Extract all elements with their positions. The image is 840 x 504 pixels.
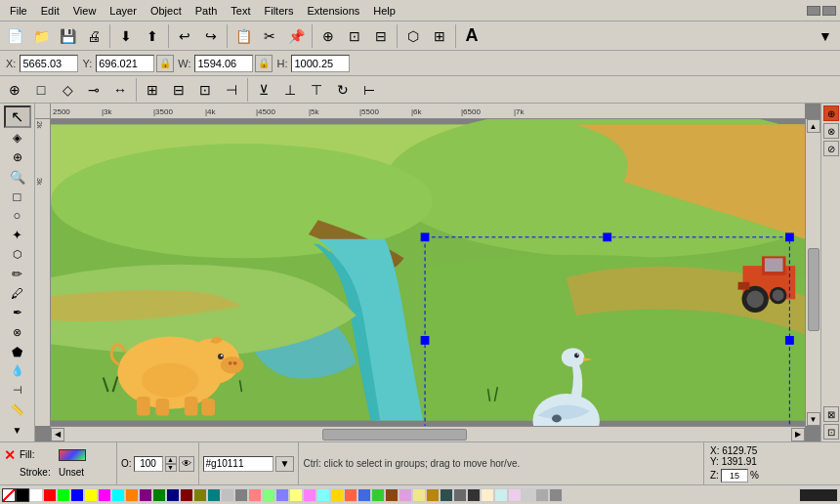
vscroll[interactable]: ▲ ▼ <box>805 119 820 426</box>
drawing-canvas[interactable] <box>51 119 805 426</box>
snap-rotation-btn[interactable]: ↻ <box>330 77 356 103</box>
select-all-btn[interactable]: ⊞ <box>427 23 452 49</box>
lightblue-swatch[interactable] <box>275 488 289 502</box>
menu-help[interactable]: Help <box>367 3 401 19</box>
snap-tangent-btn[interactable]: ⊻ <box>251 77 276 103</box>
paste-btn[interactable]: 📌 <box>283 23 309 49</box>
menu-edit[interactable]: Edit <box>35 3 65 19</box>
menu-file[interactable]: File <box>4 3 33 19</box>
pen-tool[interactable]: 🖊 <box>4 284 31 303</box>
x-input[interactable] <box>20 55 78 72</box>
node-tool[interactable]: ◈ <box>4 129 31 147</box>
w-input[interactable] <box>194 55 253 72</box>
dropper-tool[interactable]: 💧 <box>4 362 31 381</box>
box3d-tool[interactable]: ⬡ <box>4 245 31 264</box>
spray-tool[interactable]: ⊗ <box>4 323 31 342</box>
tool-controls-btn[interactable]: ▼ <box>4 421 31 440</box>
snap-align-btn[interactable]: ⊟ <box>166 77 191 103</box>
import-btn[interactable]: ⬇ <box>113 23 139 49</box>
vscroll-thumb[interactable] <box>808 248 819 331</box>
purple-swatch[interactable] <box>139 488 152 502</box>
connector-tool[interactable]: ⊣ <box>4 381 31 399</box>
lightred-swatch[interactable] <box>248 488 262 502</box>
node-dropdown-btn[interactable]: ▼ <box>275 456 295 472</box>
hscroll-left[interactable]: ◀ <box>51 428 64 441</box>
hscroll[interactable]: ◀ ▶ <box>51 426 805 441</box>
menu-object[interactable]: Object <box>145 3 188 19</box>
opacity-down[interactable]: ▼ <box>165 464 177 472</box>
royalblue-swatch[interactable] <box>357 488 371 502</box>
callig-tool[interactable]: ✒ <box>4 304 31 322</box>
print-btn[interactable]: 🖨 <box>81 23 106 49</box>
hscroll-thumb[interactable] <box>322 429 467 441</box>
copy-btn[interactable]: 📋 <box>231 23 256 49</box>
gold-swatch[interactable] <box>330 488 344 502</box>
snap-bbox-btn[interactable]: □ <box>28 77 54 103</box>
dimgray-swatch[interactable] <box>453 488 467 502</box>
selector-tool[interactable]: ↖ <box>4 105 31 128</box>
snap-perp-btn[interactable]: ⊥ <box>277 77 303 103</box>
menu-path[interactable]: Path <box>189 3 224 19</box>
h-input[interactable] <box>291 55 350 72</box>
lightcyan-swatch[interactable] <box>316 488 330 502</box>
open-btn[interactable]: 📁 <box>28 23 54 49</box>
cyan-swatch[interactable] <box>111 488 125 502</box>
fill-color-swatch[interactable] <box>59 449 86 461</box>
node-input[interactable] <box>203 456 273 472</box>
vscroll-down[interactable]: ▼ <box>807 412 820 426</box>
black-swatch[interactable] <box>16 488 29 502</box>
pencil-tool[interactable]: ✏ <box>4 265 31 283</box>
lightmagenta-swatch[interactable] <box>303 488 316 502</box>
snap-midpoint-btn[interactable]: ⊣ <box>219 77 244 103</box>
lightgreen-swatch[interactable] <box>262 488 275 502</box>
swatch-extra6[interactable] <box>549 488 563 502</box>
magenta-swatch[interactable] <box>98 488 111 502</box>
darkslate-swatch[interactable] <box>440 488 453 502</box>
white-swatch[interactable] <box>29 488 43 502</box>
new-btn[interactable]: 📄 <box>2 23 27 49</box>
zoom-fit-drawing-btn[interactable]: ⊟ <box>368 23 394 49</box>
vscroll-track[interactable] <box>808 135 819 410</box>
rp-btn-3[interactable]: ⊘ <box>823 141 839 156</box>
swatch-extra3[interactable] <box>508 488 522 502</box>
star-tool[interactable]: ✦ <box>4 226 31 244</box>
snap-grid-btn[interactable]: ⊞ <box>140 77 165 103</box>
measure-tool[interactable]: 📏 <box>4 400 31 419</box>
blue-swatch[interactable] <box>70 488 84 502</box>
rect-tool[interactable]: □ <box>4 188 31 206</box>
rp-btn-5[interactable]: ⊡ <box>823 424 839 440</box>
snap-from-nodes-btn[interactable]: ⊸ <box>81 77 106 103</box>
vscroll-up[interactable]: ▲ <box>807 119 820 133</box>
redo-btn[interactable]: ↪ <box>198 23 224 49</box>
more-btn[interactable]: ▼ <box>813 23 838 49</box>
menu-text[interactable]: Text <box>225 3 256 19</box>
menu-view[interactable]: View <box>67 3 103 19</box>
menu-layer[interactable]: Layer <box>104 3 143 19</box>
menu-filters[interactable]: Filters <box>259 3 300 19</box>
rp-btn-2[interactable]: ⊗ <box>823 123 839 139</box>
darkgreen-swatch[interactable] <box>152 488 166 502</box>
maximize-btn[interactable] <box>822 6 836 16</box>
swatch-extra2[interactable] <box>494 488 508 502</box>
olive-swatch[interactable] <box>193 488 207 502</box>
teal-swatch[interactable] <box>207 488 221 502</box>
rp-btn-4[interactable]: ⊠ <box>823 406 839 422</box>
text-tool-btn[interactable]: A <box>459 23 484 49</box>
navy-swatch[interactable] <box>166 488 180 502</box>
cut-btn[interactable]: ✂ <box>257 23 282 49</box>
snap-page-btn[interactable]: ⊢ <box>357 77 382 103</box>
snap-bbox-edge-btn[interactable]: ⊤ <box>304 77 329 103</box>
minimize-btn[interactable] <box>807 6 820 16</box>
menu-extensions[interactable]: Extensions <box>301 3 365 19</box>
limegreen-swatch[interactable] <box>371 488 385 502</box>
zoom-input[interactable] <box>721 469 748 483</box>
swatch-extra5[interactable] <box>535 488 549 502</box>
red-swatch[interactable] <box>43 488 57 502</box>
swatch-extra4[interactable] <box>522 488 535 502</box>
tweak-tool[interactable]: ⊕ <box>4 148 31 167</box>
opacity-up[interactable]: ▲ <box>165 456 177 464</box>
orange-swatch[interactable] <box>125 488 139 502</box>
darkgradient-swatch[interactable] <box>799 488 838 502</box>
canvas-container[interactable]: 2500 |3k |3500 |4k |4500 |5k |5500 |6k |… <box>35 104 820 441</box>
y-input[interactable] <box>96 55 154 72</box>
